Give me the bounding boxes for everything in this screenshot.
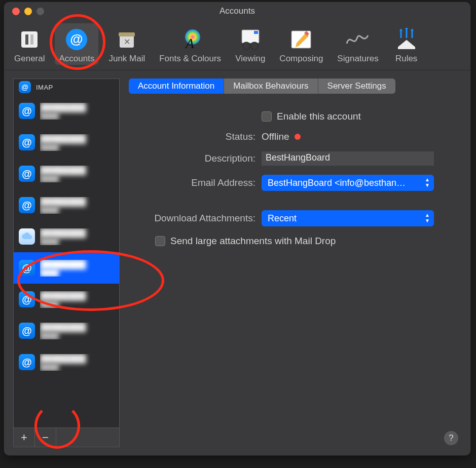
account-row[interactable]: @████████████ — [14, 346, 119, 378]
close-window-button[interactable] — [12, 8, 20, 15]
preferences-toolbar: General @ Accounts ✕ Junk Mail A — [4, 20, 470, 70]
download-attachments-value: Recent — [268, 213, 297, 224]
toolbar-label: Composing — [279, 54, 323, 64]
account-row[interactable]: ████████████ — [14, 221, 119, 252]
at-sign-icon: @ — [19, 291, 35, 307]
mail-drop-checkbox[interactable] — [155, 236, 165, 246]
svg-rect-11 — [254, 31, 258, 34]
toolbar-label: Viewing — [235, 54, 265, 64]
chevron-updown-icon: ▲▼ — [425, 212, 430, 223]
toolbar-label: General — [14, 54, 45, 64]
at-sign-icon: @ — [19, 260, 35, 276]
toolbar-composing[interactable]: Composing — [275, 23, 327, 65]
svg-rect-6 — [119, 32, 135, 36]
toolbar-signatures[interactable]: Signatures — [333, 23, 382, 65]
download-attachments-label: Download Attachments: — [129, 213, 255, 224]
sidebar-footer: + − — [14, 427, 119, 447]
at-sign-icon: @ — [19, 103, 35, 119]
toolbar-label: Junk Mail — [108, 54, 145, 64]
trash-icon: ✕ — [114, 26, 140, 53]
email-address-popup[interactable]: BestHangBoard <info@besthan… ▲▼ — [262, 175, 434, 191]
chevron-updown-icon: ▲▼ — [425, 177, 430, 188]
help-button[interactable]: ? — [444, 431, 458, 445]
account-info-form: Enable this account Status: Offline Desc… — [129, 111, 461, 247]
toolbar-label: Accounts — [59, 54, 94, 64]
window-title: Accounts — [4, 6, 470, 16]
toolbar-viewing[interactable]: Viewing — [231, 23, 269, 65]
svg-text:@: @ — [70, 31, 83, 47]
enable-account-label: Enable this account — [277, 111, 361, 122]
at-sign-icon: @ — [19, 197, 35, 213]
svg-rect-2 — [30, 34, 33, 45]
toolbar-general[interactable]: General — [10, 23, 49, 65]
toolbar-accounts[interactable]: @ Accounts — [55, 23, 98, 65]
status-indicator-icon — [295, 134, 301, 140]
account-row[interactable]: @████████████ — [14, 189, 119, 221]
account-row[interactable]: @████████████ — [14, 284, 119, 315]
remove-account-button[interactable]: − — [35, 428, 56, 447]
at-sign-icon: @ — [19, 134, 35, 150]
at-sign-icon: @ — [19, 166, 35, 182]
toolbar-fonts-colours[interactable]: A Fonts & Colours — [155, 23, 225, 65]
mail-drop-label: Send large attachments with Mail Drop — [170, 236, 336, 247]
toolbar-rules[interactable]: Rules — [389, 23, 424, 65]
account-row-selected[interactable]: @████████████ — [14, 252, 119, 284]
status-label: Status: — [129, 131, 255, 142]
svg-marker-19 — [398, 40, 415, 49]
account-detail-panel: Account Information Mailbox Behaviours S… — [129, 79, 461, 447]
download-attachments-popup[interactable]: Recent ▲▼ — [262, 210, 434, 226]
titlebar: Accounts — [4, 2, 470, 20]
content-area: @ IMAP @████████████ @████████████ @████… — [4, 70, 470, 455]
accounts-window: Accounts General @ Accounts ✕ Junk Mail — [4, 2, 470, 455]
email-address-value: BestHangBoard <info@besthan… — [268, 178, 406, 188]
svg-marker-22 — [411, 28, 414, 31]
description-field[interactable]: BestHangBoard — [262, 151, 434, 166]
svg-text:A: A — [185, 35, 195, 51]
zoom-window-button[interactable] — [36, 8, 44, 15]
account-row[interactable]: @████████████ — [14, 315, 119, 346]
window-controls — [12, 8, 44, 15]
cloud-icon — [19, 228, 35, 245]
section-title: IMAP — [36, 84, 114, 91]
add-account-button[interactable]: + — [14, 428, 35, 447]
switch-icon — [16, 26, 43, 53]
toolbar-label: Rules — [395, 54, 417, 64]
svg-point-12 — [243, 43, 250, 50]
fonts-colours-icon: A — [177, 26, 203, 53]
at-sign-icon: @ — [19, 323, 35, 339]
toolbar-junk-mail[interactable]: ✕ Junk Mail — [104, 23, 149, 65]
at-sign-icon: @ — [19, 81, 31, 93]
account-row[interactable]: @████████████ — [14, 127, 119, 158]
svg-rect-1 — [25, 34, 28, 45]
accounts-list[interactable]: @ IMAP @████████████ @████████████ @████… — [14, 79, 119, 427]
tab-account-information[interactable]: Account Information — [129, 79, 224, 94]
toolbar-label: Signatures — [337, 54, 378, 64]
svg-text:✕: ✕ — [124, 37, 130, 46]
at-sign-icon: @ — [19, 354, 35, 370]
status-value: Offline — [262, 131, 289, 142]
toolbar-label: Fonts & Colours — [159, 54, 221, 64]
at-sign-icon: @ — [63, 26, 90, 53]
viewing-icon — [237, 26, 264, 53]
enable-account-checkbox[interactable] — [262, 111, 272, 122]
svg-point-13 — [251, 43, 258, 50]
pencil-icon — [288, 26, 314, 53]
rules-icon — [393, 26, 420, 53]
signature-icon — [345, 26, 371, 53]
account-row[interactable]: @████████████ — [14, 95, 119, 127]
svg-marker-20 — [399, 28, 402, 31]
tab-mailbox-behaviours[interactable]: Mailbox Behaviours — [224, 79, 318, 94]
minimize-window-button[interactable] — [24, 8, 32, 15]
list-section-header: @ IMAP — [14, 79, 119, 95]
svg-rect-0 — [21, 31, 38, 48]
svg-marker-21 — [405, 28, 408, 29]
accounts-sidebar: @ IMAP @████████████ @████████████ @████… — [13, 79, 120, 447]
detail-tabs: Account Information Mailbox Behaviours S… — [129, 79, 461, 94]
description-label: Description: — [129, 153, 255, 164]
email-address-label: Email Address: — [129, 177, 255, 188]
tab-server-settings[interactable]: Server Settings — [318, 79, 395, 94]
account-row[interactable]: @████████████ — [14, 158, 119, 189]
